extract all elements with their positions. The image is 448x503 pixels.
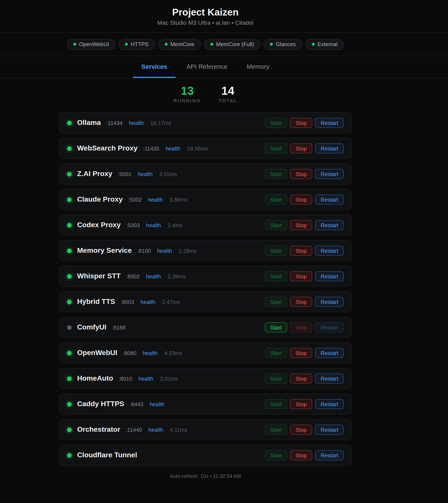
start-button[interactable]: Start xyxy=(265,143,287,153)
stop-button[interactable]: Stop xyxy=(290,425,312,435)
restart-button[interactable]: Restart xyxy=(315,399,344,409)
stop-button[interactable]: Stop xyxy=(290,271,312,281)
status-dot-icon xyxy=(67,453,72,457)
start-button[interactable]: Start xyxy=(265,118,287,128)
restart-button[interactable]: Restart xyxy=(315,220,344,230)
service-name: Z.AI Proxy xyxy=(77,170,112,178)
status-pill-label: External xyxy=(318,41,337,47)
restart-button[interactable]: Restart xyxy=(315,169,344,179)
restart-button[interactable]: Restart xyxy=(315,450,344,460)
running-count: 13 xyxy=(174,85,201,97)
service-latency: 16.17ms xyxy=(150,120,171,126)
total-count: 14 xyxy=(219,85,237,97)
health-link[interactable]: health xyxy=(129,120,144,126)
service-port: :8002 xyxy=(126,273,140,279)
status-pill[interactable]: HTTPS xyxy=(119,39,155,50)
service-card: Caddy HTTPS :8443 health Start Stop Rest… xyxy=(59,394,352,415)
status-dot-icon xyxy=(67,299,72,304)
start-button[interactable]: Start xyxy=(265,348,287,358)
health-link[interactable]: health xyxy=(140,299,155,305)
stop-button[interactable]: Stop xyxy=(290,195,312,205)
health-link[interactable]: health xyxy=(157,247,172,254)
restart-button[interactable]: Restart xyxy=(315,195,344,205)
service-port: :11440 xyxy=(126,426,142,433)
stop-button[interactable]: Stop xyxy=(290,220,312,230)
service-card: WebSearch Proxy :11435 health 18.56ms St… xyxy=(59,138,352,159)
stop-button[interactable]: Stop xyxy=(290,399,312,409)
status-dot-icon xyxy=(67,351,72,355)
status-dot-icon xyxy=(67,325,72,330)
health-link[interactable]: health xyxy=(146,273,161,279)
tab-bar: Services API Reference Memory xyxy=(0,56,448,78)
start-button[interactable]: Start xyxy=(265,220,287,230)
status-dot-icon xyxy=(312,43,315,46)
start-button[interactable]: Start xyxy=(265,195,287,205)
restart-button[interactable]: Restart xyxy=(315,348,344,358)
health-link[interactable]: health xyxy=(148,196,163,203)
stop-button[interactable]: Stop xyxy=(290,450,312,460)
service-stats: 13 RUNNING 14 TOTAL xyxy=(0,85,411,103)
stop-button[interactable]: Stop xyxy=(290,348,312,358)
service-port: :8100 xyxy=(137,247,151,254)
start-button[interactable]: Start xyxy=(265,322,287,332)
restart-button[interactable]: Restart xyxy=(315,373,344,384)
stop-button[interactable]: Stop xyxy=(290,246,312,256)
health-link[interactable]: health xyxy=(139,375,153,382)
health-link[interactable]: health xyxy=(146,222,161,228)
service-port: :5002 xyxy=(128,196,142,203)
stop-button[interactable]: Stop xyxy=(290,143,312,153)
stop-button[interactable]: Stop xyxy=(290,297,312,307)
status-dot-icon xyxy=(164,43,167,46)
start-button[interactable]: Start xyxy=(265,399,287,409)
service-name: Whisper STT xyxy=(77,272,121,280)
restart-button[interactable]: Restart xyxy=(315,143,344,153)
restart-button[interactable]: Restart xyxy=(315,246,344,256)
stop-button[interactable]: Stop xyxy=(290,373,312,384)
service-name: WebSearch Proxy xyxy=(77,144,138,153)
health-link[interactable]: health xyxy=(138,171,153,177)
health-link[interactable]: health xyxy=(148,426,163,433)
status-dot-icon xyxy=(67,427,72,432)
start-button[interactable]: Start xyxy=(265,169,287,179)
start-button[interactable]: Start xyxy=(265,450,287,460)
service-latency: 2.4ms xyxy=(168,222,182,228)
service-port: :8010 xyxy=(119,375,132,382)
tab-services[interactable]: Services xyxy=(133,56,176,78)
start-button[interactable]: Start xyxy=(265,271,287,281)
restart-button[interactable]: Restart xyxy=(315,425,344,435)
status-pill-label: OpenWebUI xyxy=(79,41,109,47)
status-dot-icon xyxy=(67,197,72,202)
service-card: Claude Proxy :5002 health 3.88ms Start S… xyxy=(59,189,352,210)
restart-button[interactable]: Restart xyxy=(315,118,344,128)
status-pill[interactable]: Glances xyxy=(264,39,302,50)
health-link[interactable]: health xyxy=(150,401,164,407)
restart-button[interactable]: Restart xyxy=(315,322,344,332)
start-button[interactable]: Start xyxy=(265,297,287,307)
status-pill-label: MemCore (Full) xyxy=(216,41,254,47)
stop-button[interactable]: Stop xyxy=(290,118,312,128)
stop-button[interactable]: Stop xyxy=(290,322,312,332)
service-latency: 18.56ms xyxy=(187,145,208,151)
health-link[interactable]: health xyxy=(165,145,180,151)
status-pill[interactable]: External xyxy=(305,39,344,50)
service-card: Orchestrator :11440 health 4.11ms Start … xyxy=(59,419,352,440)
service-port: :11434 xyxy=(106,120,123,126)
start-button[interactable]: Start xyxy=(265,373,287,384)
start-button[interactable]: Start xyxy=(265,425,287,435)
start-button[interactable]: Start xyxy=(265,246,287,256)
status-dot-icon xyxy=(67,223,72,227)
status-pill[interactable]: MemCore (Full) xyxy=(204,39,260,50)
service-card: Hybrid TTS :8003 health 2.47ms Start Sto… xyxy=(59,291,352,312)
service-card: OpenWebUI :8080 health 4.53ms Start Stop… xyxy=(59,342,352,363)
service-name: Memory Service xyxy=(77,246,132,255)
status-pill[interactable]: OpenWebUI xyxy=(67,39,115,50)
tab-api-reference[interactable]: API Reference xyxy=(178,56,236,78)
stop-button[interactable]: Stop xyxy=(290,169,312,179)
health-link[interactable]: health xyxy=(143,350,158,356)
restart-button[interactable]: Restart xyxy=(315,297,344,307)
status-dot-icon xyxy=(73,43,76,46)
restart-button[interactable]: Restart xyxy=(315,271,344,281)
service-port: :5001 xyxy=(118,171,131,177)
tab-memory[interactable]: Memory xyxy=(238,56,278,78)
status-pill[interactable]: MemCore xyxy=(158,39,201,50)
